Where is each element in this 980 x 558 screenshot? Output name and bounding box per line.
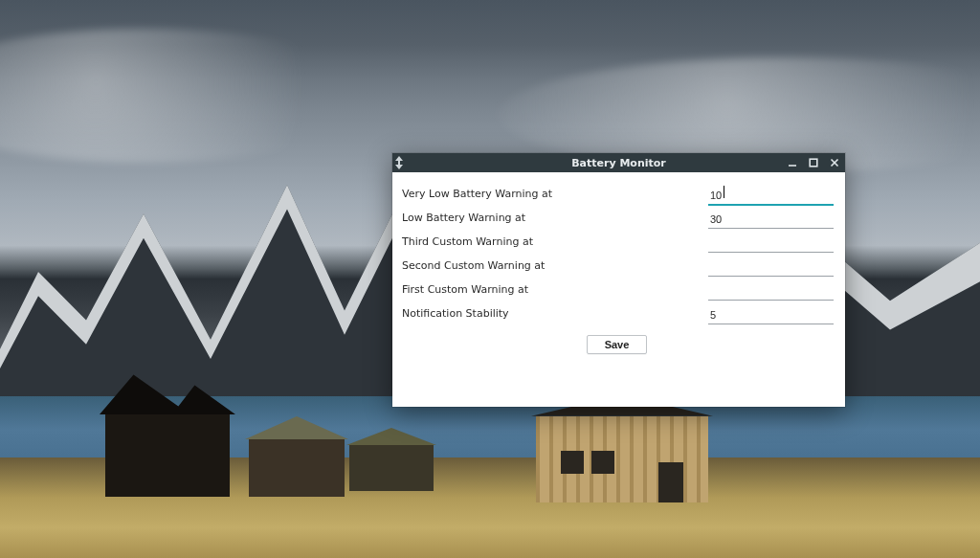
very-low-battery-input[interactable] — [708, 189, 834, 206]
wallpaper-house — [249, 439, 345, 497]
wallpaper-house — [105, 414, 230, 497]
second-custom-warning-input[interactable] — [708, 259, 834, 277]
notification-stability-input[interactable] — [708, 307, 834, 324]
setting-label: Low Battery Warning at — [400, 212, 708, 224]
window-titlebar[interactable]: Battery Monitor — [392, 153, 845, 172]
app-window: Battery Monitor Very Low Battery Warning… — [392, 153, 845, 407]
wallpaper-house — [349, 445, 434, 491]
first-custom-warning-input[interactable] — [708, 283, 834, 301]
setting-label: First Custom Warning at — [400, 283, 708, 296]
text-caret — [724, 186, 724, 198]
close-button[interactable] — [828, 156, 841, 169]
setting-row-notification-stability: Notification Stability — [400, 301, 834, 325]
save-button[interactable]: Save — [587, 335, 648, 354]
setting-row-low: Low Battery Warning at — [400, 206, 834, 230]
setting-row-third-custom: Third Custom Warning at — [400, 230, 834, 254]
setting-row-second-custom: Second Custom Warning at — [400, 254, 834, 278]
svg-rect-1 — [810, 159, 817, 167]
setting-row-very-low: Very Low Battery Warning at — [400, 182, 834, 206]
low-battery-input[interactable] — [708, 212, 834, 229]
maximize-button[interactable] — [807, 156, 820, 169]
desktop-wallpaper: Battery Monitor Very Low Battery Warning… — [0, 0, 980, 558]
setting-label: Second Custom Warning at — [400, 259, 708, 272]
wallpaper-house — [536, 416, 708, 502]
setting-label: Notification Stability — [400, 307, 708, 320]
setting-label: Third Custom Warning at — [400, 235, 708, 248]
window-resize-handle-icon[interactable] — [394, 156, 404, 169]
window-title: Battery Monitor — [392, 157, 845, 169]
minimize-button[interactable] — [786, 156, 799, 169]
window-client-area: Very Low Battery Warning at Low Battery … — [392, 172, 845, 407]
setting-label: Very Low Battery Warning at — [400, 188, 708, 200]
third-custom-warning-input[interactable] — [708, 235, 834, 253]
window-controls — [786, 153, 841, 172]
setting-row-first-custom: First Custom Warning at — [400, 278, 834, 301]
